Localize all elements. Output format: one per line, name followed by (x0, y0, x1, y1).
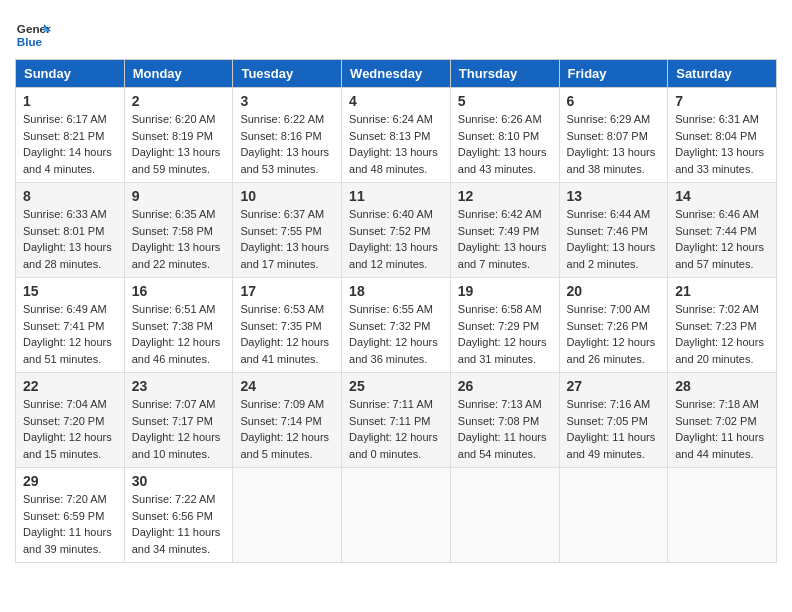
day-info: Sunrise: 7:02 AMSunset: 7:23 PMDaylight:… (675, 301, 769, 367)
day-info: Sunrise: 6:33 AMSunset: 8:01 PMDaylight:… (23, 206, 117, 272)
day-info: Sunrise: 7:13 AMSunset: 7:08 PMDaylight:… (458, 396, 552, 462)
day-cell: 10 Sunrise: 6:37 AMSunset: 7:55 PMDaylig… (233, 183, 342, 278)
day-cell: 7 Sunrise: 6:31 AMSunset: 8:04 PMDayligh… (668, 88, 777, 183)
col-header-monday: Monday (124, 60, 233, 88)
day-info: Sunrise: 6:53 AMSunset: 7:35 PMDaylight:… (240, 301, 334, 367)
day-info: Sunrise: 6:49 AMSunset: 7:41 PMDaylight:… (23, 301, 117, 367)
day-cell: 11 Sunrise: 6:40 AMSunset: 7:52 PMDaylig… (342, 183, 451, 278)
day-cell: 26 Sunrise: 7:13 AMSunset: 7:08 PMDaylig… (450, 373, 559, 468)
day-info: Sunrise: 7:18 AMSunset: 7:02 PMDaylight:… (675, 396, 769, 462)
col-header-tuesday: Tuesday (233, 60, 342, 88)
day-number: 19 (458, 283, 552, 299)
day-cell: 19 Sunrise: 6:58 AMSunset: 7:29 PMDaylig… (450, 278, 559, 373)
day-number: 7 (675, 93, 769, 109)
week-row-5: 29 Sunrise: 7:20 AMSunset: 6:59 PMDaylig… (16, 468, 777, 563)
day-cell (342, 468, 451, 563)
day-number: 28 (675, 378, 769, 394)
day-cell: 2 Sunrise: 6:20 AMSunset: 8:19 PMDayligh… (124, 88, 233, 183)
week-row-1: 1 Sunrise: 6:17 AMSunset: 8:21 PMDayligh… (16, 88, 777, 183)
day-cell: 1 Sunrise: 6:17 AMSunset: 8:21 PMDayligh… (16, 88, 125, 183)
day-number: 22 (23, 378, 117, 394)
day-cell: 18 Sunrise: 6:55 AMSunset: 7:32 PMDaylig… (342, 278, 451, 373)
col-header-sunday: Sunday (16, 60, 125, 88)
day-info: Sunrise: 7:16 AMSunset: 7:05 PMDaylight:… (567, 396, 661, 462)
day-number: 2 (132, 93, 226, 109)
day-info: Sunrise: 6:20 AMSunset: 8:19 PMDaylight:… (132, 111, 226, 177)
day-cell (233, 468, 342, 563)
day-cell: 15 Sunrise: 6:49 AMSunset: 7:41 PMDaylig… (16, 278, 125, 373)
day-cell: 8 Sunrise: 6:33 AMSunset: 8:01 PMDayligh… (16, 183, 125, 278)
day-cell (450, 468, 559, 563)
day-info: Sunrise: 7:09 AMSunset: 7:14 PMDaylight:… (240, 396, 334, 462)
day-number: 26 (458, 378, 552, 394)
day-cell: 21 Sunrise: 7:02 AMSunset: 7:23 PMDaylig… (668, 278, 777, 373)
day-info: Sunrise: 6:37 AMSunset: 7:55 PMDaylight:… (240, 206, 334, 272)
svg-text:Blue: Blue (17, 35, 43, 48)
day-number: 13 (567, 188, 661, 204)
day-number: 4 (349, 93, 443, 109)
day-cell: 12 Sunrise: 6:42 AMSunset: 7:49 PMDaylig… (450, 183, 559, 278)
day-number: 25 (349, 378, 443, 394)
day-cell (668, 468, 777, 563)
day-info: Sunrise: 7:20 AMSunset: 6:59 PMDaylight:… (23, 491, 117, 557)
day-number: 6 (567, 93, 661, 109)
day-number: 29 (23, 473, 117, 489)
day-info: Sunrise: 7:00 AMSunset: 7:26 PMDaylight:… (567, 301, 661, 367)
day-info: Sunrise: 7:07 AMSunset: 7:17 PMDaylight:… (132, 396, 226, 462)
day-cell: 13 Sunrise: 6:44 AMSunset: 7:46 PMDaylig… (559, 183, 668, 278)
day-number: 10 (240, 188, 334, 204)
day-info: Sunrise: 6:44 AMSunset: 7:46 PMDaylight:… (567, 206, 661, 272)
col-header-friday: Friday (559, 60, 668, 88)
day-info: Sunrise: 7:04 AMSunset: 7:20 PMDaylight:… (23, 396, 117, 462)
day-cell: 16 Sunrise: 6:51 AMSunset: 7:38 PMDaylig… (124, 278, 233, 373)
day-number: 12 (458, 188, 552, 204)
day-cell: 23 Sunrise: 7:07 AMSunset: 7:17 PMDaylig… (124, 373, 233, 468)
day-info: Sunrise: 6:29 AMSunset: 8:07 PMDaylight:… (567, 111, 661, 177)
day-cell: 28 Sunrise: 7:18 AMSunset: 7:02 PMDaylig… (668, 373, 777, 468)
logo-icon: General Blue (15, 15, 51, 51)
day-number: 14 (675, 188, 769, 204)
day-info: Sunrise: 6:46 AMSunset: 7:44 PMDaylight:… (675, 206, 769, 272)
calendar-table: SundayMondayTuesdayWednesdayThursdayFrid… (15, 59, 777, 563)
day-number: 11 (349, 188, 443, 204)
day-cell: 24 Sunrise: 7:09 AMSunset: 7:14 PMDaylig… (233, 373, 342, 468)
day-number: 15 (23, 283, 117, 299)
day-cell (559, 468, 668, 563)
col-header-wednesday: Wednesday (342, 60, 451, 88)
day-info: Sunrise: 6:42 AMSunset: 7:49 PMDaylight:… (458, 206, 552, 272)
day-info: Sunrise: 6:40 AMSunset: 7:52 PMDaylight:… (349, 206, 443, 272)
day-number: 24 (240, 378, 334, 394)
day-cell: 9 Sunrise: 6:35 AMSunset: 7:58 PMDayligh… (124, 183, 233, 278)
day-info: Sunrise: 6:26 AMSunset: 8:10 PMDaylight:… (458, 111, 552, 177)
day-number: 30 (132, 473, 226, 489)
day-cell: 14 Sunrise: 6:46 AMSunset: 7:44 PMDaylig… (668, 183, 777, 278)
day-number: 23 (132, 378, 226, 394)
week-row-3: 15 Sunrise: 6:49 AMSunset: 7:41 PMDaylig… (16, 278, 777, 373)
day-cell: 6 Sunrise: 6:29 AMSunset: 8:07 PMDayligh… (559, 88, 668, 183)
day-number: 3 (240, 93, 334, 109)
day-info: Sunrise: 6:51 AMSunset: 7:38 PMDaylight:… (132, 301, 226, 367)
day-cell: 29 Sunrise: 7:20 AMSunset: 6:59 PMDaylig… (16, 468, 125, 563)
day-number: 18 (349, 283, 443, 299)
day-cell: 17 Sunrise: 6:53 AMSunset: 7:35 PMDaylig… (233, 278, 342, 373)
day-cell: 30 Sunrise: 7:22 AMSunset: 6:56 PMDaylig… (124, 468, 233, 563)
day-number: 9 (132, 188, 226, 204)
day-number: 17 (240, 283, 334, 299)
day-cell: 5 Sunrise: 6:26 AMSunset: 8:10 PMDayligh… (450, 88, 559, 183)
day-number: 5 (458, 93, 552, 109)
day-info: Sunrise: 6:24 AMSunset: 8:13 PMDaylight:… (349, 111, 443, 177)
day-number: 16 (132, 283, 226, 299)
day-info: Sunrise: 6:35 AMSunset: 7:58 PMDaylight:… (132, 206, 226, 272)
day-cell: 25 Sunrise: 7:11 AMSunset: 7:11 PMDaylig… (342, 373, 451, 468)
day-cell: 3 Sunrise: 6:22 AMSunset: 8:16 PMDayligh… (233, 88, 342, 183)
header: General Blue (15, 15, 777, 51)
day-info: Sunrise: 7:11 AMSunset: 7:11 PMDaylight:… (349, 396, 443, 462)
col-header-thursday: Thursday (450, 60, 559, 88)
day-cell: 22 Sunrise: 7:04 AMSunset: 7:20 PMDaylig… (16, 373, 125, 468)
day-number: 21 (675, 283, 769, 299)
day-cell: 20 Sunrise: 7:00 AMSunset: 7:26 PMDaylig… (559, 278, 668, 373)
week-row-4: 22 Sunrise: 7:04 AMSunset: 7:20 PMDaylig… (16, 373, 777, 468)
day-info: Sunrise: 7:22 AMSunset: 6:56 PMDaylight:… (132, 491, 226, 557)
day-cell: 4 Sunrise: 6:24 AMSunset: 8:13 PMDayligh… (342, 88, 451, 183)
week-row-2: 8 Sunrise: 6:33 AMSunset: 8:01 PMDayligh… (16, 183, 777, 278)
